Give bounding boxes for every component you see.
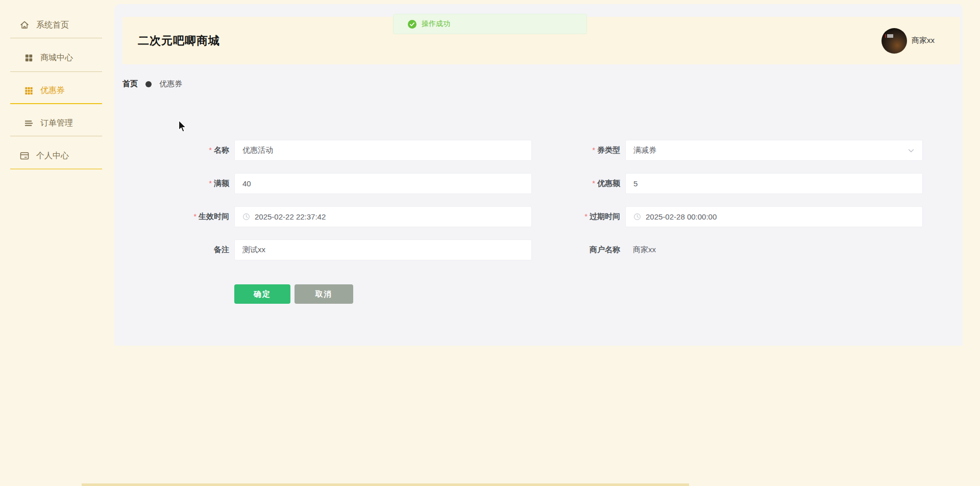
field-merchant-name: 商户名称 商家xx [549, 239, 923, 260]
required-marker: * [584, 212, 587, 221]
coupon-type-selected-value: 满减券 [633, 145, 656, 155]
success-toast: 操作成功 [393, 14, 587, 34]
card-icon [19, 151, 30, 161]
breadcrumb-current: 优惠券 [159, 79, 182, 89]
sidebar-divider [10, 168, 102, 169]
field-discount: *优惠额 [549, 173, 923, 194]
name-input[interactable] [234, 140, 532, 161]
user-name: 商家xx [912, 36, 935, 45]
field-label: *优惠额 [549, 179, 625, 188]
threshold-input[interactable] [234, 173, 532, 194]
required-marker: * [592, 145, 595, 154]
discount-input[interactable] [625, 173, 923, 194]
expire-time-picker[interactable]: 2025-02-28 00:00:00 [625, 206, 923, 227]
user-menu[interactable]: 商家xx [881, 28, 935, 54]
sidebar-item-label: 优惠券 [40, 85, 65, 96]
grid-icon [24, 53, 34, 63]
sidebar-divider [10, 38, 102, 38]
field-coupon-type: *券类型 满减券 [549, 140, 923, 161]
merchant-name-value: 商家xx [625, 245, 656, 255]
confirm-button[interactable]: 确定 [234, 284, 290, 304]
sidebar-item-system-home[interactable]: 系统首页 [19, 18, 69, 32]
coupon-type-select[interactable]: 满减券 [625, 140, 923, 161]
effective-time-value: 2025-02-22 22:37:42 [255, 212, 326, 221]
expire-time-value: 2025-02-28 00:00:00 [646, 212, 717, 221]
field-label: 备注 [158, 245, 234, 255]
breadcrumb: 首页 优惠券 [122, 79, 182, 89]
form-actions: 确定 取消 [234, 284, 353, 304]
coupon-grid-icon [24, 86, 34, 95]
required-marker: * [209, 179, 212, 187]
cancel-button[interactable]: 取消 [295, 284, 353, 304]
sidebar-item-label: 系统首页 [36, 20, 69, 31]
field-remark: 备注 [158, 239, 532, 260]
field-label: *名称 [158, 145, 234, 155]
sidebar-divider [10, 71, 102, 72]
breadcrumb-home[interactable]: 首页 [122, 79, 138, 89]
sidebar-item-label: 个人中心 [36, 151, 69, 161]
page-title: 二次元吧唧商城 [138, 33, 220, 48]
form-row: *满额 *优惠额 [158, 173, 923, 194]
required-marker: * [209, 145, 212, 154]
sidebar-divider [10, 136, 102, 136]
remark-input[interactable] [234, 239, 532, 260]
form-row: *生效时间 2025-02-22 22:37:42 *过期时间 2025-02-… [158, 206, 923, 227]
sidebar-item-label: 商城中心 [40, 53, 73, 63]
form-row: *名称 *券类型 满减券 [158, 140, 923, 161]
form-row: 备注 商户名称 商家xx [158, 239, 923, 260]
field-label: *生效时间 [158, 212, 234, 222]
clock-icon [633, 213, 641, 221]
field-expire-time: *过期时间 2025-02-28 00:00:00 [549, 206, 923, 227]
main-content-panel: 二次元吧唧商城 商家xx 首页 优惠券 *名称 *券类型 满减券 [114, 4, 963, 346]
field-label: *过期时间 [549, 212, 625, 222]
field-effective-time: *生效时间 2025-02-22 22:37:42 [158, 206, 532, 227]
field-label: 商户名称 [549, 245, 625, 255]
sidebar-item-orders[interactable]: 订单管理 [24, 116, 73, 130]
field-name: *名称 [158, 140, 532, 161]
avatar[interactable] [881, 28, 907, 54]
chevron-down-icon [908, 147, 915, 154]
coupon-form: *名称 *券类型 满减券 *满额 *优惠额 *生 [158, 140, 923, 273]
field-threshold: *满额 [158, 173, 532, 194]
list-icon [24, 118, 34, 128]
sidebar-active-underline [10, 103, 102, 104]
field-label: *券类型 [549, 145, 625, 155]
bottom-scroll-strip [82, 483, 689, 486]
clock-icon [242, 213, 250, 221]
toast-message: 操作成功 [422, 19, 450, 29]
required-marker: * [592, 179, 595, 187]
sidebar-item-personal-center[interactable]: 个人中心 [19, 149, 69, 162]
sidebar-item-label: 订单管理 [40, 118, 73, 129]
effective-time-picker[interactable]: 2025-02-22 22:37:42 [234, 206, 532, 227]
check-circle-icon [408, 20, 416, 29]
merchant-name-value-wrap: 商家xx [625, 239, 923, 260]
sidebar-item-mall-center[interactable]: 商城中心 [24, 51, 73, 64]
home-icon [19, 20, 30, 30]
required-marker: * [193, 212, 197, 221]
sidebar-item-coupons[interactable]: 优惠券 [24, 84, 65, 97]
sidebar: 系统首页 商城中心 优惠券 订单管理 个人中心 [0, 0, 114, 486]
field-label: *满额 [158, 179, 234, 188]
breadcrumb-separator-dot [145, 81, 152, 87]
